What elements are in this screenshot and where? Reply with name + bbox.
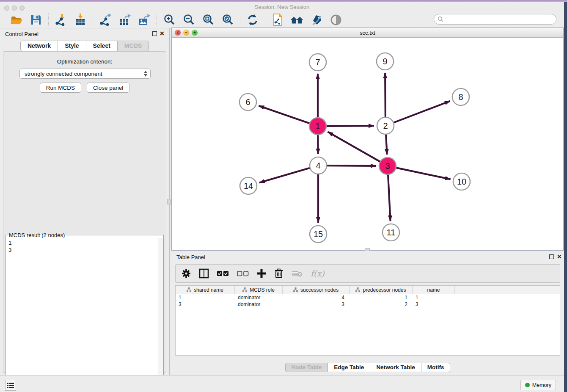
network-from-file-icon[interactable] (271, 13, 284, 27)
graph-edge-1-6[interactable] (259, 106, 310, 124)
task-history-button[interactable] (5, 380, 16, 391)
column-header-mcds-role[interactable]: MCDS role (235, 286, 283, 294)
column-label: shared name (194, 287, 223, 293)
export-image-icon[interactable] (138, 13, 151, 27)
column-header-successor-nodes[interactable]: successor nodes (283, 286, 350, 294)
zoom-fit-icon[interactable] (201, 13, 215, 27)
tab-select[interactable]: Select (86, 41, 118, 51)
horizontal-splitter-handle[interactable] (365, 248, 370, 251)
export-table-icon[interactable] (118, 13, 132, 27)
tab-node-table[interactable]: Node Table (285, 363, 328, 372)
memory-button[interactable]: Memory (520, 380, 556, 390)
zoom-selected-icon[interactable] (221, 13, 234, 27)
graph-node-label-3: 3 (385, 161, 390, 171)
column-header-predecessor-nodes[interactable]: predecessor nodes (350, 286, 413, 294)
tab-motifs[interactable]: Motifs (421, 363, 451, 372)
result-scrollbar[interactable] (158, 238, 163, 392)
vertical-splitter-handle[interactable] (167, 199, 171, 204)
export-network-icon[interactable] (99, 13, 112, 27)
open-folder-icon[interactable] (10, 13, 23, 27)
select-stepper-icon (144, 71, 147, 77)
network-canvas[interactable]: 7968124314101511 (172, 38, 563, 250)
cell-mcds-role[interactable]: dominator (235, 294, 283, 301)
network-window-titlebar[interactable]: x − + scc.txt (172, 28, 563, 38)
graph-node-label-15: 15 (314, 229, 323, 239)
tab-edge-table[interactable]: Edge Table (328, 363, 370, 372)
tab-network-table[interactable]: Network Table (370, 363, 421, 372)
table-row-2[interactable]: 3dominator323 (176, 301, 560, 308)
graph-edge-3-1[interactable] (328, 132, 380, 162)
close-panel-icon[interactable]: ✕ (160, 30, 165, 37)
table-panel: Table Panel ✕ f(x) (171, 251, 564, 375)
import-network-icon[interactable] (54, 13, 68, 27)
zoom-out-icon[interactable] (182, 13, 195, 27)
criterion-select[interactable]: strongly connected component (19, 69, 151, 79)
graph-edge-2-8[interactable] (394, 101, 450, 123)
graph-node-label-14: 14 (244, 181, 253, 190)
tab-mcds[interactable]: MCDS (118, 41, 149, 51)
delete-table-icon[interactable] (292, 270, 303, 277)
graph-node-label-10: 10 (457, 177, 466, 186)
control-panel: Control Panel ✕ NetworkStyleSelectMCDS O… (0, 28, 170, 375)
table-tabs: Node TableEdge TableNetwork TableMotifs (171, 363, 564, 372)
application-window: Session: New Session (0, 0, 567, 392)
table-header-row: shared nameMCDS rolesuccessor nodesprede… (176, 286, 560, 294)
graph-edge-3-11[interactable] (388, 174, 391, 221)
delete-icon[interactable] (274, 268, 284, 279)
hide-labels-icon[interactable] (310, 13, 323, 27)
cell-mcds-role[interactable]: dominator (235, 301, 283, 308)
birds-eye-icon[interactable] (329, 13, 343, 27)
graph-edge-1-2[interactable] (326, 126, 374, 126)
column-layout-icon[interactable] (199, 268, 209, 279)
column-label: predecessor nodes (363, 287, 406, 293)
close-panel-button[interactable]: Close panel (87, 83, 129, 93)
function-builder-icon[interactable]: f(x) (311, 269, 325, 278)
add-column-icon[interactable] (257, 269, 266, 278)
column-label: MCDS role (250, 287, 275, 293)
run-mcds-button[interactable]: Run MCDS (40, 83, 81, 93)
network-graph[interactable]: 7968124314101511 (172, 38, 563, 250)
window-title: Session: New Session (0, 4, 564, 10)
show-panels-icon[interactable] (290, 13, 304, 27)
graph-edge-4-14[interactable] (259, 168, 310, 183)
save-icon[interactable] (29, 13, 43, 27)
graph-edge-4-3[interactable] (327, 166, 376, 166)
graph-node-label-4: 4 (316, 161, 320, 170)
table-close-icon[interactable]: ✕ (557, 253, 562, 260)
import-table-icon[interactable] (74, 13, 87, 27)
column-header-shared-name[interactable]: shared name (176, 286, 235, 294)
select-all-checkboxes-icon[interactable] (217, 271, 229, 276)
table-row-1[interactable]: 1dominator411 (176, 294, 560, 301)
graph-edge-2-3[interactable] (386, 134, 387, 155)
cell-name[interactable]: 3 (413, 301, 455, 308)
criterion-value: strongly connected component (25, 71, 102, 77)
desktop-edge-right (564, 2, 567, 392)
search-input[interactable] (444, 16, 556, 23)
graph-node-label-7: 7 (315, 58, 320, 67)
float-panel-icon[interactable] (152, 31, 157, 36)
node-table[interactable]: shared nameMCDS rolesuccessor nodesprede… (175, 285, 560, 356)
cell-predecessor-nodes[interactable]: 1 (350, 294, 413, 301)
cell-successor-nodes[interactable]: 4 (283, 294, 350, 301)
control-panel-header: Control Panel ✕ (0, 28, 169, 39)
cell-predecessor-nodes[interactable]: 2 (350, 301, 413, 308)
table-float-icon[interactable] (549, 254, 554, 259)
column-header-name[interactable]: name (413, 286, 455, 294)
cell-successor-nodes[interactable]: 3 (283, 301, 350, 308)
refresh-layout-icon[interactable] (246, 13, 259, 27)
cell-name[interactable]: 1 (413, 294, 455, 301)
graph-node-label-11: 11 (387, 228, 396, 237)
graph-edge-2-9[interactable] (385, 73, 385, 117)
mcds-result-title: MCDS result (2 nodes) (8, 232, 66, 238)
zoom-in-icon[interactable] (162, 13, 176, 27)
tab-style[interactable]: Style (58, 41, 86, 51)
gear-icon[interactable] (182, 269, 191, 278)
deselect-all-checkboxes-icon[interactable] (237, 271, 249, 276)
tab-network[interactable]: Network (20, 41, 58, 51)
hierarchy-icon (293, 287, 298, 292)
cell-shared-name[interactable]: 1 (176, 294, 235, 301)
graph-edge-3-10[interactable] (396, 168, 451, 179)
search-box[interactable] (434, 14, 556, 25)
graph-node-label-8: 8 (458, 92, 463, 102)
cell-shared-name[interactable]: 3 (176, 301, 235, 308)
